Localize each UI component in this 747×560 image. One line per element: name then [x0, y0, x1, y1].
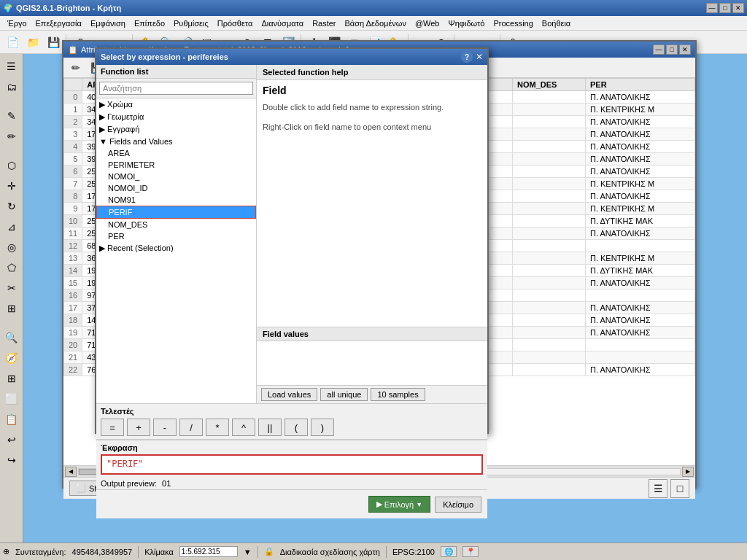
op-multiply[interactable]: * — [206, 419, 229, 436]
expr-help-btn[interactable]: ? — [461, 51, 473, 63]
op-concat[interactable]: || — [258, 419, 282, 436]
tree-item-per[interactable]: PER — [96, 230, 256, 242]
menu-rythmiseis[interactable]: Ρυθμίσεις — [169, 18, 213, 29]
tree-item-γεωμετρία[interactable]: ▶ Γεωμετρία — [96, 111, 256, 123]
split-btn[interactable]: ✂ — [2, 279, 21, 298]
menu-epipedo[interactable]: Επίπεδο — [130, 18, 169, 29]
menu-psifidoto[interactable]: Ψηφιδωτό — [444, 18, 489, 29]
menu-dianismata[interactable]: Διανύσματα — [257, 18, 308, 29]
cell-per: Π. ΑΝΑΤΟΛΙΚΗΣ — [585, 141, 694, 153]
grid-btn[interactable]: ⊞ — [2, 369, 21, 388]
menu-web[interactable]: @Web — [411, 18, 444, 29]
menu-database[interactable]: Βάση Δεδομένων — [341, 18, 411, 29]
op-divide[interactable]: / — [179, 419, 203, 436]
tree-item-perimeter[interactable]: PERIMETER — [96, 159, 256, 171]
tree-item-εγγραφή[interactable]: ▶ Εγγραφή — [96, 123, 256, 136]
attr-close-btn[interactable]: ✕ — [679, 44, 691, 55]
row-num: 15 — [64, 277, 82, 289]
op-minus[interactable]: - — [153, 419, 177, 436]
ring-btn[interactable]: ◎ — [2, 238, 21, 257]
expr-tree[interactable]: ▶ Χρώμα▶ Γεωμετρία▶ Εγγραφή▼ Fields and … — [96, 98, 256, 403]
attr-minimize-btn[interactable]: — — [653, 44, 665, 55]
tree-item-nomoi_[interactable]: NOMOI_ — [96, 171, 256, 182]
cell-nom-des — [512, 178, 585, 190]
cell-nom-des — [512, 203, 585, 215]
op-close-paren[interactable]: ) — [311, 419, 334, 436]
all-unique-btn[interactable]: all unique — [320, 388, 368, 401]
log-btn[interactable]: 📋 — [2, 410, 21, 429]
cell-per: Π. ΔΥΤΙΚΗΣ ΜΑΚ — [585, 265, 694, 277]
crs-btn[interactable]: 🌐 — [441, 546, 457, 557]
menu-epexergasia[interactable]: Επεξεργασία — [31, 18, 86, 29]
menu-voitheia[interactable]: Βοήθεια — [538, 18, 575, 29]
render-btn[interactable]: 📍 — [462, 546, 479, 557]
overview-btn[interactable]: ⬜ — [2, 389, 21, 408]
scale-arrow[interactable]: ▼ — [244, 548, 252, 556]
attr-restore-btn[interactable]: □ — [666, 44, 678, 55]
col-rownum[interactable] — [64, 79, 82, 91]
tree-item-χρώμα[interactable]: ▶ Χρώμα — [96, 98, 256, 111]
menu-processing[interactable]: Processing — [489, 18, 537, 29]
reshape-btn[interactable]: ⬠ — [2, 258, 21, 277]
col-per[interactable]: PER — [585, 79, 694, 91]
tree-item-nom_des[interactable]: NOM_DES — [96, 219, 256, 230]
merge-btn[interactable]: ⊞ — [2, 299, 21, 318]
zoom-map-btn[interactable]: 🔍 — [2, 328, 21, 347]
tree-item-area[interactable]: AREA — [96, 147, 256, 159]
cell-nom-des — [512, 228, 585, 240]
pen-btn[interactable]: ✎ — [2, 106, 21, 125]
cell-nom-des — [512, 277, 585, 289]
menu-ergο[interactable]: Έργο — [3, 18, 31, 29]
browser-btn[interactable]: 🗂 — [2, 77, 21, 96]
op-equals[interactable]: = — [101, 419, 124, 436]
minimize-btn[interactable]: — — [706, 3, 718, 13]
rotate-btn[interactable]: ↻ — [2, 197, 21, 216]
cell-per: Π. ΔΥΤΙΚΗΣ ΜΑΚ — [585, 215, 694, 228]
menu-emfanisi[interactable]: Εμφάνιση — [86, 18, 130, 29]
menu-prostheta[interactable]: Πρόσθετα — [213, 18, 258, 29]
move-btn[interactable]: ✛ — [2, 176, 21, 195]
cell-per: Π. ΑΝΑΤΟΛΙΚΗΣ — [585, 228, 694, 240]
select-action-btn[interactable]: ▶ Επιλογή ▼ — [368, 496, 430, 513]
samples-btn[interactable]: 10 samples — [371, 388, 425, 401]
close-action-btn[interactable]: Κλείσιμο — [435, 497, 481, 513]
tree-item-nom91[interactable]: NOM91 — [96, 194, 256, 206]
compass-btn[interactable]: 🧭 — [2, 349, 21, 368]
open-project-btn[interactable]: 📁 — [23, 33, 42, 52]
list-view-btn[interactable]: ☰ — [649, 479, 667, 498]
scale-input[interactable] — [179, 546, 238, 557]
cell-nom-des — [512, 302, 585, 314]
layer-btn[interactable]: ☰ — [2, 57, 21, 76]
expr-search-input[interactable] — [99, 82, 253, 95]
expr-close-btn[interactable]: ✕ — [476, 52, 483, 62]
maximize-btn[interactable]: □ — [719, 3, 731, 13]
new-project-btn[interactable]: 📄 — [3, 33, 22, 52]
save-project-btn[interactable]: 💾 — [44, 33, 63, 52]
left-toolbar: ☰ 🗂 ✎ ✏ ⬡ ✛ ↻ ⊿ ◎ ⬠ ✂ ⊞ 🔍 🧭 ⊞ ⬜ 📋 ↩ ↪ — [0, 54, 23, 542]
cell-nom-des — [512, 215, 585, 228]
op-open-paren[interactable]: ( — [285, 419, 308, 436]
pencil-btn[interactable]: ✏ — [2, 127, 21, 146]
tree-item-recent-(selection)[interactable]: ▶ Recent (Selection) — [96, 242, 256, 254]
close-btn[interactable]: ✕ — [732, 3, 744, 13]
scroll-right-btn[interactable]: ▶ — [682, 467, 694, 477]
op-plus[interactable]: + — [127, 419, 150, 436]
cell-nom-des — [512, 314, 585, 327]
form-view-btn[interactable]: □ — [670, 479, 689, 498]
col-nom-des[interactable]: NOM_DES — [512, 79, 585, 91]
expr-title-bar: Select by expression - perifereies ? ✕ — [96, 49, 487, 65]
expression-input[interactable]: "PERIF" — [101, 454, 483, 475]
op-power[interactable]: ^ — [232, 419, 255, 436]
attr-edit-btn[interactable]: ✏ — [66, 58, 85, 77]
menu-raster[interactable]: Raster — [308, 18, 340, 29]
simplify-btn[interactable]: ⊿ — [2, 217, 21, 236]
tree-item-fields-and-values[interactable]: ▼ Fields and Values — [96, 136, 256, 147]
redo-side-btn[interactable]: ↪ — [2, 451, 21, 470]
row-num: 4 — [64, 141, 82, 153]
tree-item-nomoi_id[interactable]: NOMOI_ID — [96, 182, 256, 194]
scroll-left-btn[interactable]: ◀ — [65, 467, 77, 477]
load-values-btn[interactable]: Load values — [261, 388, 317, 401]
node-tool-btn[interactable]: ⬡ — [2, 156, 21, 175]
undo-side-btn[interactable]: ↩ — [2, 430, 21, 449]
tree-item-perif[interactable]: PERIF — [96, 206, 256, 219]
